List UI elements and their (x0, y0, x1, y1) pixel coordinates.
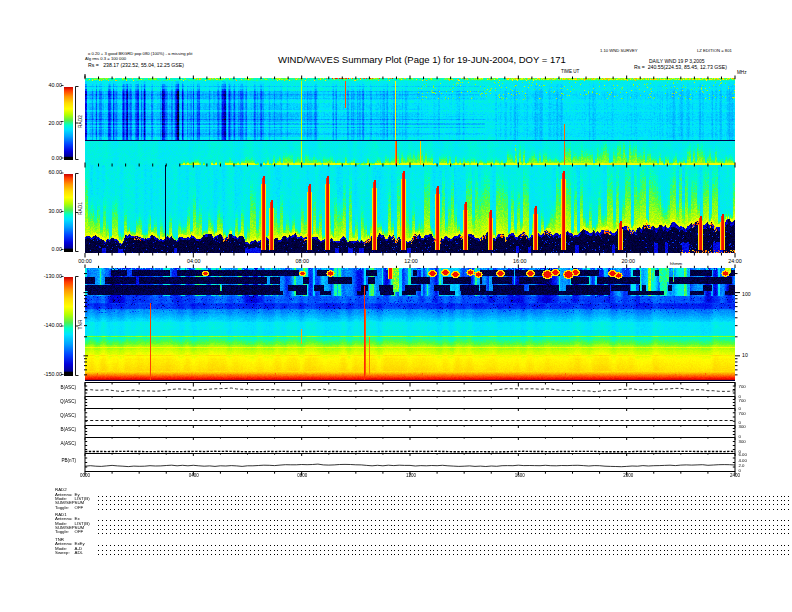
svg-text:A(ASC): A(ASC) (60, 441, 76, 446)
svg-text:700: 700 (739, 398, 747, 403)
svg-text:700: 700 (739, 384, 747, 389)
svg-text:6.00: 6.00 (739, 452, 748, 457)
svg-text:B(ASC): B(ASC) (60, 427, 76, 432)
svg-text:4.00: 4.00 (739, 458, 748, 463)
svg-text:Q(ASC): Q(ASC) (60, 413, 77, 418)
svg-text:Q(ASC): Q(ASC) (60, 399, 77, 404)
svg-text:PB(nT): PB(nT) (61, 458, 76, 463)
svg-text:300: 300 (739, 439, 747, 444)
svg-text:300: 300 (739, 424, 747, 429)
svg-text:700: 700 (739, 411, 747, 416)
svg-text:B(ASC): B(ASC) (60, 385, 76, 390)
